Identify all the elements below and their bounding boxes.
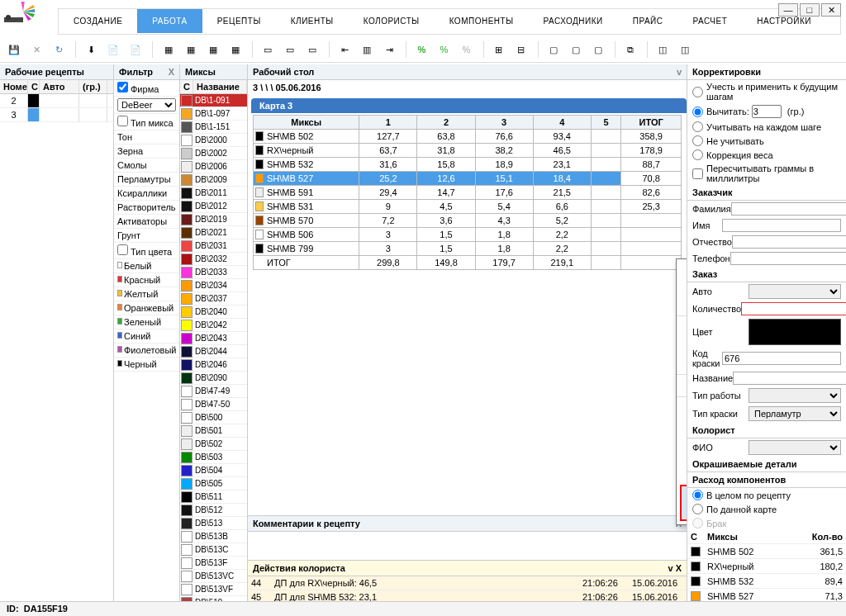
cell-icon[interactable]: ▢: [544, 40, 563, 59]
auto-select[interactable]: [749, 284, 841, 299]
filter-item[interactable]: Ксираллики: [114, 187, 179, 201]
table-warn-icon[interactable]: ▦: [226, 40, 245, 59]
mix-item[interactable]: DB\2011: [180, 187, 247, 200]
correction-opt1[interactable]: [692, 87, 703, 97]
filter-item[interactable]: DeBeer: [114, 97, 179, 114]
frame-icon[interactable]: ⧉: [621, 40, 639, 59]
cell-del-icon[interactable]: ▢: [589, 40, 607, 59]
mix-item[interactable]: DB\501: [180, 424, 247, 438]
mix-item[interactable]: DB\2000: [180, 134, 247, 147]
mix-item[interactable]: DB\512: [180, 504, 247, 517]
filter-item[interactable]: Белый: [114, 259, 179, 273]
col-icon[interactable]: ▥: [358, 40, 376, 59]
lastname-input[interactable]: [731, 202, 846, 216]
ctx-item[interactable]: Перелив компонента: [677, 296, 687, 314]
panel-collapse[interactable]: v: [668, 563, 673, 573]
refresh-icon[interactable]: ↻: [50, 40, 68, 59]
panel-collapse[interactable]: v: [677, 67, 682, 77]
firstname-input[interactable]: [722, 219, 841, 232]
consumption-opt2[interactable]: [692, 504, 703, 514]
worktype-select[interactable]: [749, 388, 841, 403]
panel-close[interactable]: Х: [169, 67, 174, 77]
grid-add-icon[interactable]: ⊞: [490, 40, 508, 59]
mix-item[interactable]: DB\2009: [180, 173, 247, 187]
recalc-checkbox[interactable]: [692, 168, 703, 179]
consumption-opt3[interactable]: [692, 518, 703, 528]
painttype-select[interactable]: Перламутр: [749, 406, 841, 421]
filter-item[interactable]: Зеленый: [114, 315, 179, 329]
filter-item[interactable]: Растворитель: [114, 201, 179, 215]
panel-close[interactable]: Х: [676, 563, 682, 573]
mix-item[interactable]: DB\2090: [180, 372, 247, 385]
filter-item[interactable]: Желтый: [114, 287, 179, 301]
mix-item[interactable]: DB\513F: [180, 557, 247, 570]
colorist-select[interactable]: [749, 440, 841, 455]
mix-item[interactable]: DB\47-49: [180, 385, 247, 398]
working-recipe-row[interactable]: 2: [0, 94, 113, 108]
paintcode-input[interactable]: [722, 352, 841, 365]
col-left-icon[interactable]: ⇤: [335, 40, 354, 59]
menu-рецепты[interactable]: РЕЦЕПТЫ: [202, 9, 276, 33]
correction-value[interactable]: [752, 105, 782, 118]
mix-item[interactable]: DB\2021: [180, 226, 247, 239]
mix-item[interactable]: DB\2044: [180, 345, 247, 358]
ctx-emergency-restore[interactable]: Аварийное восстановление карты рецепта: [682, 486, 687, 519]
mix-item[interactable]: DB\2019: [180, 213, 247, 226]
mix-item[interactable]: DB\2040: [180, 306, 247, 319]
ctx-item[interactable]: Сортировать значения▸: [677, 377, 687, 395]
mix-item[interactable]: DB\2012: [180, 200, 247, 213]
grid-del-icon[interactable]: ⊟: [512, 40, 530, 59]
mix-item[interactable]: DB\2032: [180, 253, 247, 266]
table-x-icon[interactable]: ▦: [204, 40, 222, 59]
minimize-button[interactable]: —: [778, 3, 798, 17]
menu-расходники[interactable]: РАСХОДНИКИ: [529, 9, 618, 33]
ctx-item[interactable]: Добавить новый шаг: [677, 259, 687, 277]
correction-opt5[interactable]: [692, 149, 703, 160]
name-input[interactable]: [733, 372, 846, 385]
delete-icon[interactable]: ✕: [27, 40, 45, 59]
filter-item[interactable]: Красный: [114, 273, 179, 287]
ctx-item[interactable]: Создать карту с рецептом активной карты: [677, 435, 687, 463]
mix-item[interactable]: DB\47-50: [180, 398, 247, 411]
mix-item[interactable]: DB\2043: [180, 332, 247, 345]
mix-item[interactable]: DB\503: [180, 451, 247, 464]
mix-item[interactable]: DB\502: [180, 438, 247, 451]
filter-item[interactable]: Тип микса: [114, 114, 179, 130]
mix-item[interactable]: DB\513VC: [180, 570, 247, 583]
middlename-input[interactable]: [732, 235, 846, 249]
mix-item[interactable]: DB\2046: [180, 358, 247, 372]
mix-item[interactable]: DB\2034: [180, 279, 247, 292]
percent-down-icon[interactable]: %: [435, 40, 453, 59]
mix-item[interactable]: DB\500: [180, 411, 247, 424]
mix-item[interactable]: DB\2037: [180, 292, 247, 306]
correction-opt4[interactable]: [692, 135, 703, 146]
filter-item[interactable]: Синий: [114, 329, 179, 344]
mix-item[interactable]: DB\2031: [180, 239, 247, 253]
percent-gray-icon[interactable]: %: [457, 40, 475, 59]
filter-item[interactable]: Тип цвета: [114, 243, 179, 259]
ctx-item[interactable]: Очистить клетку: [677, 318, 687, 336]
drop2-icon[interactable]: ◫: [676, 40, 694, 59]
card-copy-icon[interactable]: ▭: [303, 40, 321, 59]
percent-icon[interactable]: %: [412, 40, 430, 59]
filter-item[interactable]: Грунт: [114, 229, 179, 243]
menu-работа[interactable]: РАБОТА: [137, 9, 202, 33]
cell-clear-icon[interactable]: ▢: [567, 40, 585, 59]
ctx-item[interactable]: Переименовать карту: [677, 417, 687, 435]
ctx-item[interactable]: Добавить значение в ячейку: [677, 277, 687, 296]
menu-компоненты[interactable]: КОМПОНЕНТЫ: [435, 9, 529, 33]
menu-расчет[interactable]: РАСЧЕТ: [678, 9, 743, 33]
filter-item[interactable]: Смолы: [114, 159, 179, 173]
save-icon[interactable]: 💾: [5, 40, 23, 59]
card-icon[interactable]: ▭: [259, 40, 277, 59]
recipe-icon[interactable]: 📄: [104, 40, 122, 59]
mix-item[interactable]: DB\513VF: [180, 583, 247, 596]
card-add-icon[interactable]: ▭: [281, 40, 299, 59]
action-row[interactable]: 45ДП для SH\MB 532: 23,121:06:2615.06.20…: [248, 590, 687, 601]
filter-item[interactable]: Тон: [114, 130, 179, 145]
mix-item[interactable]: DB\513: [180, 517, 247, 530]
mix-item[interactable]: DB\2006: [180, 160, 247, 173]
mix-item[interactable]: DB\2002: [180, 147, 247, 160]
correction-opt2[interactable]: [692, 107, 703, 117]
mix-item[interactable]: DB\513C: [180, 543, 247, 557]
